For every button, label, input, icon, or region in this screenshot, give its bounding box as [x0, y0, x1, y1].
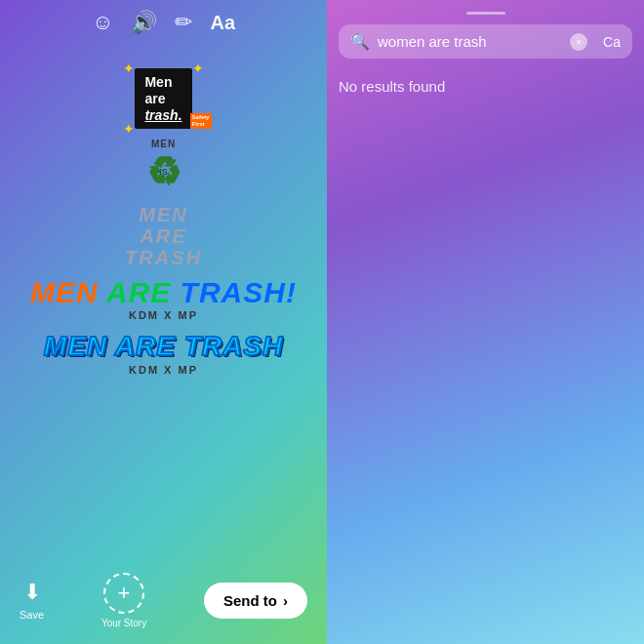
no-results-message: No results found	[339, 78, 632, 95]
clear-search-button[interactable]: ×	[570, 33, 587, 51]
right-panel: 🔍 women are trash × Ca No results found	[327, 0, 644, 644]
left-panel: ☺ 🔊 ✏ Aa ✦ ✦ ✦ Men are trash. SafetyFirs…	[0, 0, 327, 644]
pencil-icon[interactable]: ✏	[175, 10, 192, 35]
volume-icon[interactable]: 🔊	[131, 10, 157, 35]
save-button[interactable]: ⬇ Save	[20, 580, 44, 621]
download-icon: ⬇	[23, 580, 41, 605]
bottom-bar: ⬇ Save + Your Story Send to ›	[0, 556, 327, 644]
sticker-2: MEN ♻ IS	[146, 139, 181, 194]
your-story-button[interactable]: + Your Story	[101, 573, 146, 628]
send-to-button[interactable]: Send to ›	[204, 583, 307, 619]
search-query[interactable]: women are trash	[378, 33, 562, 50]
text-icon[interactable]: Aa	[210, 12, 235, 34]
cancel-button[interactable]: Ca	[603, 34, 621, 50]
safety-label: SafetyFirst	[190, 113, 212, 129]
toolbar: ☺ 🔊 ✏ Aa	[0, 10, 327, 35]
sticker-3: MENARETRASH	[125, 204, 202, 268]
face-icon[interactable]: ☺	[92, 10, 113, 35]
sticker-4: MEN ARE TRASH! KDM X MP	[30, 278, 297, 321]
sticker-area: ✦ ✦ ✦ Men are trash. SafetyFirst MEN ♻ I…	[0, 59, 327, 556]
chevron-right-icon: ›	[283, 592, 288, 609]
sparkle-icon: ✦	[192, 60, 204, 76]
sparkle-icon: ✦	[123, 121, 135, 137]
sticker-1: ✦ ✦ ✦ Men are trash. SafetyFirst	[135, 68, 191, 129]
search-bar[interactable]: 🔍 women are trash × Ca	[339, 24, 632, 59]
search-icon: 🔍	[350, 32, 370, 51]
sparkle-icon: ✦	[123, 60, 135, 76]
plus-icon: +	[118, 581, 131, 606]
top-divider	[466, 12, 505, 15]
sticker-5: MEN ARE TRASH KDM X MP	[44, 331, 283, 376]
